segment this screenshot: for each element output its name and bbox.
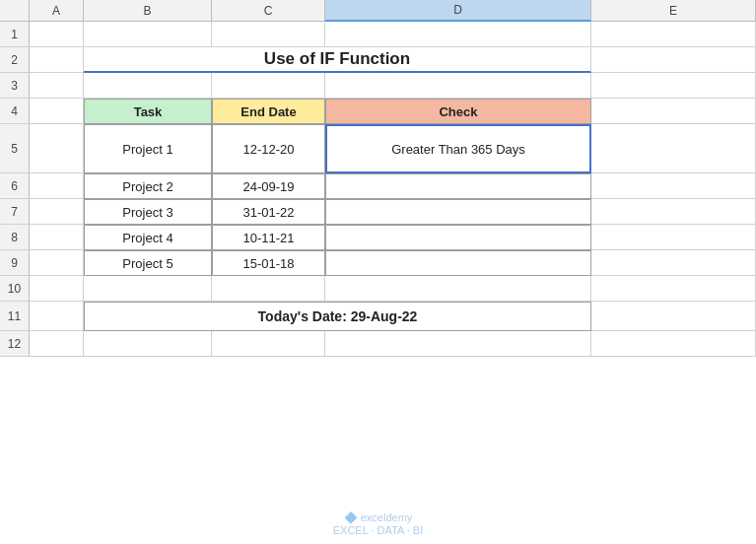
col-header-c: C — [212, 0, 325, 22]
row-12: 12 — [0, 331, 756, 357]
row-8: 8 Project 4 10-11-21 — [0, 225, 756, 250]
cell-b9[interactable]: Project 5 — [84, 250, 212, 276]
cell-c12[interactable] — [212, 331, 325, 357]
cell-d10[interactable] — [325, 276, 591, 302]
col-header-b: B — [84, 0, 212, 22]
title-cell: Use of IF Function — [84, 47, 591, 73]
cell-c9[interactable]: 15-01-18 — [212, 250, 325, 276]
cell-e1[interactable] — [591, 22, 756, 47]
cell-d12[interactable] — [325, 331, 591, 357]
cell-e6[interactable] — [591, 173, 756, 199]
cell-b3[interactable] — [84, 73, 212, 99]
cell-c1[interactable] — [212, 22, 325, 47]
row-11: 11 Today's Date: 29-Aug-22 — [0, 302, 756, 331]
row-2: 2 Use of IF Function — [0, 47, 756, 73]
rownum-1: 1 — [0, 22, 30, 47]
row-6: 6 Project 2 24-09-19 — [0, 173, 756, 199]
cell-b8[interactable]: Project 4 — [84, 225, 212, 250]
cell-e2[interactable] — [591, 47, 756, 73]
col-header-d: D — [325, 0, 591, 22]
grid-body: 1 2 Use of IF Function 3 4 Task — [0, 22, 756, 357]
cell-c8[interactable]: 10-11-21 — [212, 225, 325, 250]
cell-a10[interactable] — [30, 276, 84, 302]
row-5: 5 Project 1 12-12-20 Greater Than 365 Da… — [0, 124, 756, 173]
cell-e5[interactable] — [591, 124, 756, 173]
row-9: 9 Project 5 15-01-18 — [0, 250, 756, 276]
row-3: 3 — [0, 73, 756, 99]
cell-d1[interactable] — [325, 22, 591, 47]
row-1: 1 — [0, 22, 756, 47]
cell-d8[interactable] — [325, 225, 591, 250]
cell-a9[interactable] — [30, 250, 84, 276]
cell-c7[interactable]: 31-01-22 — [212, 199, 325, 225]
cell-b1[interactable] — [84, 22, 212, 47]
cell-a3[interactable] — [30, 73, 84, 99]
cell-e7[interactable] — [591, 199, 756, 225]
cell-c4-enddate-header: End Date — [212, 99, 325, 124]
cell-d4-check-header: Check — [325, 99, 591, 124]
cell-a7[interactable] — [30, 199, 84, 225]
cell-e10[interactable] — [591, 276, 756, 302]
cell-a6[interactable] — [30, 173, 84, 199]
row-col-corner — [0, 0, 30, 22]
cell-e4[interactable] — [591, 99, 756, 124]
row-10: 10 — [0, 276, 756, 302]
cell-d6[interactable] — [325, 173, 591, 199]
cell-b5[interactable]: Project 1 — [84, 124, 212, 173]
cell-d5[interactable]: Greater Than 365 Days — [325, 124, 591, 173]
rownum-7: 7 — [0, 199, 30, 225]
rownum-8: 8 — [0, 225, 30, 250]
cell-d9[interactable] — [325, 250, 591, 276]
cell-b4-task-header: Task — [84, 99, 212, 124]
rownum-11: 11 — [0, 302, 30, 331]
cell-a11[interactable] — [30, 302, 84, 331]
cell-d3[interactable] — [325, 73, 591, 99]
cell-b7[interactable]: Project 3 — [84, 199, 212, 225]
cell-e9[interactable] — [591, 250, 756, 276]
col-headers: A B C D E — [0, 0, 756, 22]
cell-a12[interactable] — [30, 331, 84, 357]
cell-c5[interactable]: 12-12-20 — [212, 124, 325, 173]
today-date-cell: Today's Date: 29-Aug-22 — [84, 302, 591, 331]
cell-a4[interactable] — [30, 99, 84, 124]
cell-a5[interactable] — [30, 124, 84, 173]
watermark: 🔷 exceldemyEXCEL · DATA · BI — [333, 511, 424, 536]
rownum-3: 3 — [0, 73, 30, 99]
cell-b10[interactable] — [84, 276, 212, 302]
rownum-12: 12 — [0, 331, 30, 357]
row-4: 4 Task End Date Check — [0, 99, 756, 124]
cell-e12[interactable] — [591, 331, 756, 357]
rownum-9: 9 — [0, 250, 30, 276]
cell-d7[interactable] — [325, 199, 591, 225]
cell-a2[interactable] — [30, 47, 84, 73]
cell-c10[interactable] — [212, 276, 325, 302]
cell-c6[interactable]: 24-09-19 — [212, 173, 325, 199]
cell-e11[interactable] — [591, 302, 756, 331]
rownum-10: 10 — [0, 276, 30, 302]
rownum-4: 4 — [0, 99, 30, 124]
cell-c3[interactable] — [212, 73, 325, 99]
rownum-2: 2 — [0, 47, 30, 73]
cell-a1[interactable] — [30, 22, 84, 47]
col-header-e: E — [591, 0, 756, 22]
row-7: 7 Project 3 31-01-22 — [0, 199, 756, 225]
rownum-6: 6 — [0, 173, 30, 199]
col-header-a: A — [30, 0, 84, 22]
spreadsheet: A B C D E 1 2 Use of IF Function 3 — [0, 0, 756, 544]
cell-a8[interactable] — [30, 225, 84, 250]
cell-b12[interactable] — [84, 331, 212, 357]
rownum-5: 5 — [0, 124, 30, 173]
cell-e8[interactable] — [591, 225, 756, 250]
cell-b6[interactable]: Project 2 — [84, 173, 212, 199]
cell-e3[interactable] — [591, 73, 756, 99]
